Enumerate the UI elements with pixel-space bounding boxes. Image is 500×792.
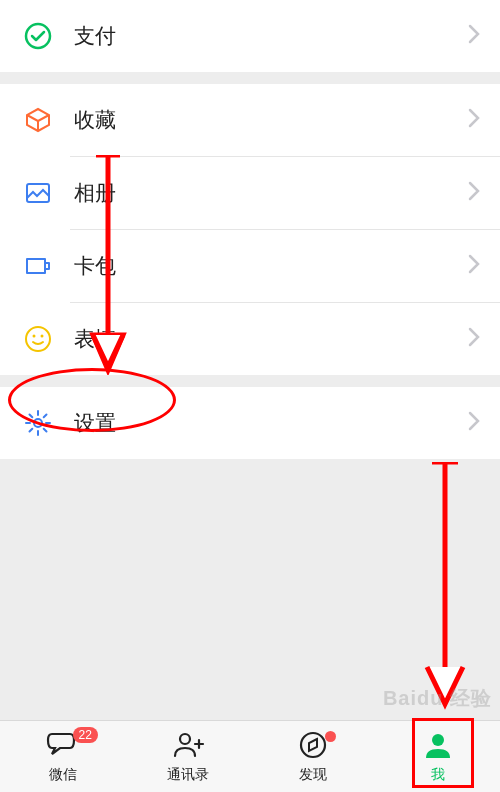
chevron-right-icon	[468, 327, 480, 351]
contacts-icon	[171, 730, 205, 764]
smile-icon	[20, 321, 56, 357]
badge-unread: 22	[73, 727, 98, 743]
wallet-icon	[20, 248, 56, 284]
section-gap	[0, 375, 500, 387]
menu-label: 卡包	[74, 252, 468, 280]
pay-icon	[20, 18, 56, 54]
svg-point-5	[34, 419, 42, 427]
section-pay: 支付	[0, 0, 500, 72]
tab-label: 通讯录	[167, 766, 209, 784]
chevron-right-icon	[468, 24, 480, 48]
svg-point-0	[26, 24, 50, 48]
menu-label: 收藏	[74, 106, 468, 134]
svg-point-4	[41, 335, 44, 338]
section-gap	[0, 72, 500, 84]
menu-item-stickers[interactable]: 表情	[0, 303, 500, 375]
tab-label: 我	[431, 766, 445, 784]
menu-item-cards[interactable]: 卡包	[0, 230, 500, 302]
person-icon	[421, 730, 455, 764]
menu-item-pay[interactable]: 支付	[0, 0, 500, 72]
tab-label: 微信	[49, 766, 77, 784]
chevron-right-icon	[468, 108, 480, 132]
menu-label: 相册	[74, 179, 468, 207]
menu-label: 支付	[74, 22, 468, 50]
tab-contacts[interactable]: 通讯录	[125, 721, 250, 792]
cube-icon	[20, 102, 56, 138]
tab-label: 发现	[299, 766, 327, 784]
tab-discover[interactable]: 发现	[250, 721, 375, 792]
tabbar: 22 微信 通讯录 发现 我	[0, 720, 500, 792]
menu-label: 表情	[74, 325, 468, 353]
svg-point-3	[33, 335, 36, 338]
svg-point-7	[301, 733, 325, 757]
chevron-right-icon	[468, 411, 480, 435]
gear-icon	[20, 405, 56, 441]
section-items: 收藏 相册 卡包 表情	[0, 84, 500, 375]
tab-me[interactable]: 我	[375, 721, 500, 792]
menu-item-favorites[interactable]: 收藏	[0, 84, 500, 156]
svg-point-8	[432, 734, 444, 746]
section-settings: 设置	[0, 387, 500, 459]
menu-label: 设置	[74, 409, 468, 437]
watermark: Baidu 经验	[383, 685, 492, 712]
chevron-right-icon	[468, 254, 480, 278]
menu-item-settings[interactable]: 设置	[0, 387, 500, 459]
menu-item-album[interactable]: 相册	[0, 157, 500, 229]
svg-point-2	[26, 327, 50, 351]
notification-dot	[325, 731, 336, 742]
tab-chats[interactable]: 22 微信	[0, 721, 125, 792]
annotation-arrow-me	[420, 462, 470, 716]
image-icon	[20, 175, 56, 211]
svg-point-6	[180, 734, 190, 744]
chevron-right-icon	[468, 181, 480, 205]
